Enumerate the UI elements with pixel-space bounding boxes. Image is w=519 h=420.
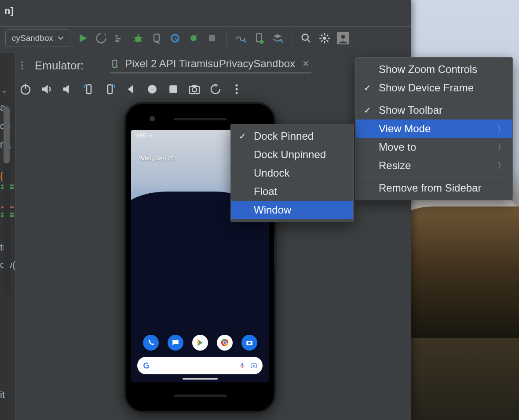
device-tab[interactable]: Pixel 2 API TiramisuPrivacySandbox ✕ xyxy=(110,58,311,73)
phone-app-icon[interactable] xyxy=(143,335,159,351)
profile-icon[interactable] xyxy=(113,32,126,44)
home-icon[interactable] xyxy=(146,83,159,96)
settings-icon[interactable] xyxy=(318,32,331,44)
menu-show-zoom-controls[interactable]: Show Zoom Controls xyxy=(356,60,512,79)
menu-separator xyxy=(359,177,509,177)
chevron-right-icon: 〉 xyxy=(497,160,505,171)
run-config-label: cySandbox xyxy=(12,33,53,43)
svg-point-34 xyxy=(223,341,226,344)
fold-chevron-icon[interactable]: ⌄ xyxy=(1,85,7,95)
chevron-down-icon xyxy=(58,36,64,40)
rotate-left-icon[interactable] xyxy=(82,83,95,96)
search-icon[interactable] xyxy=(300,32,312,44)
apply-changes-icon[interactable] xyxy=(187,32,200,44)
google-search-bar[interactable] xyxy=(137,357,263,374)
svg-point-36 xyxy=(248,342,251,344)
menu-dock-pinned[interactable]: ✓Dock Pinned xyxy=(231,127,353,145)
speaker-grill xyxy=(174,118,227,120)
svg-rect-0 xyxy=(116,35,118,37)
svg-rect-2 xyxy=(116,40,119,42)
gradle-sync-icon[interactable] xyxy=(234,32,247,44)
gear-icon xyxy=(148,134,153,138)
coverage-icon[interactable] xyxy=(95,32,107,44)
menu-undock[interactable]: Undock xyxy=(231,164,353,182)
lens-icon[interactable] xyxy=(250,362,257,369)
svg-point-14 xyxy=(21,62,23,64)
device-tab-label: Pixel 2 API TiramisuPrivacySandbox xyxy=(125,58,295,70)
messages-app-icon[interactable] xyxy=(168,335,183,351)
menu-view-mode[interactable]: View Mode〉 xyxy=(356,119,512,138)
svg-rect-24 xyxy=(169,85,177,93)
play-store-icon[interactable] xyxy=(192,335,208,351)
power-icon[interactable] xyxy=(19,83,32,96)
mic-icon[interactable] xyxy=(239,362,246,369)
overview-icon[interactable] xyxy=(167,83,180,96)
rotate-right-icon[interactable] xyxy=(103,83,117,96)
device-manager-icon[interactable] xyxy=(253,32,265,44)
svg-rect-4 xyxy=(154,34,159,41)
status-time: 9:55 xyxy=(135,133,146,139)
speaker-grill xyxy=(174,395,227,397)
svg-point-12 xyxy=(323,37,326,40)
panel-grip-icon[interactable] xyxy=(20,59,27,72)
menu-move-to[interactable]: Move to〉 xyxy=(356,138,512,156)
run-icon[interactable] xyxy=(77,32,89,44)
code-fragment: it xyxy=(0,389,5,401)
emulator-label: Emulator: xyxy=(35,59,84,72)
menu-resize[interactable]: Resize〉 xyxy=(356,156,512,175)
volume-down-icon[interactable] xyxy=(61,83,74,96)
emulator-options-menu: Show Zoom Controls ✓Show Device Frame ✓S… xyxy=(355,57,513,200)
debug-icon[interactable] xyxy=(132,32,144,44)
chevron-right-icon: 〉 xyxy=(497,142,505,152)
svg-point-23 xyxy=(148,85,157,94)
close-tab-icon[interactable]: ✕ xyxy=(300,58,311,69)
volume-up-icon[interactable] xyxy=(40,83,53,96)
svg-point-31 xyxy=(150,135,151,136)
emulator-panel-header: Emulator: Pixel 2 API TiramisuPrivacySan… xyxy=(15,53,411,78)
svg-rect-27 xyxy=(192,85,197,87)
main-toolbar: cySandbox xyxy=(0,26,411,50)
screenshot-icon[interactable] xyxy=(188,83,201,96)
svg-point-16 xyxy=(21,68,23,70)
svg-point-13 xyxy=(341,35,345,39)
title-text: n] xyxy=(4,5,14,17)
svg-point-18 xyxy=(115,66,118,69)
inspect-icon[interactable] xyxy=(169,32,181,44)
menu-dock-unpinned[interactable]: Dock Unpinned xyxy=(231,145,353,164)
front-camera xyxy=(150,116,155,121)
date-widget: Wed, Sep 21 xyxy=(139,155,175,162)
nav-pill[interactable] xyxy=(183,378,218,380)
window-title-fragment: n] xyxy=(0,0,411,22)
google-icon xyxy=(143,362,150,369)
svg-rect-20 xyxy=(25,84,26,89)
svg-point-30 xyxy=(236,92,238,94)
svg-point-10 xyxy=(260,40,263,44)
scrollbar-thumb[interactable] xyxy=(4,106,10,163)
sdk-manager-icon[interactable] xyxy=(271,32,284,44)
menu-float[interactable]: Float xyxy=(231,182,353,201)
emulator-controls xyxy=(15,79,411,100)
svg-point-11 xyxy=(302,34,308,40)
back-icon[interactable] xyxy=(124,83,138,96)
attach-icon[interactable] xyxy=(150,32,163,44)
code-fragment: { xyxy=(0,170,3,182)
svg-point-7 xyxy=(190,35,197,41)
menu-show-toolbar[interactable]: ✓Show Toolbar xyxy=(356,101,512,119)
toolbar-separator xyxy=(292,30,292,46)
stop-icon[interactable] xyxy=(206,32,218,44)
menu-remove-from-sidebar[interactable]: Remove from Sidebar xyxy=(356,179,512,197)
more-icon[interactable] xyxy=(230,83,243,96)
svg-point-3 xyxy=(135,36,141,42)
snapshot-icon[interactable] xyxy=(209,83,222,96)
menu-window[interactable]: Window xyxy=(231,201,353,219)
account-icon[interactable] xyxy=(337,32,349,44)
check-icon: ✓ xyxy=(239,131,246,141)
camera-app-icon[interactable] xyxy=(241,335,257,351)
menu-show-device-frame[interactable]: ✓Show Device Frame xyxy=(356,79,512,97)
chevron-right-icon: 〉 xyxy=(497,123,505,134)
svg-rect-22 xyxy=(108,85,112,94)
check-icon: ✓ xyxy=(364,83,371,93)
run-config-selector[interactable]: cySandbox xyxy=(5,29,70,47)
svg-point-28 xyxy=(236,84,238,87)
chrome-app-icon[interactable] xyxy=(217,335,233,351)
